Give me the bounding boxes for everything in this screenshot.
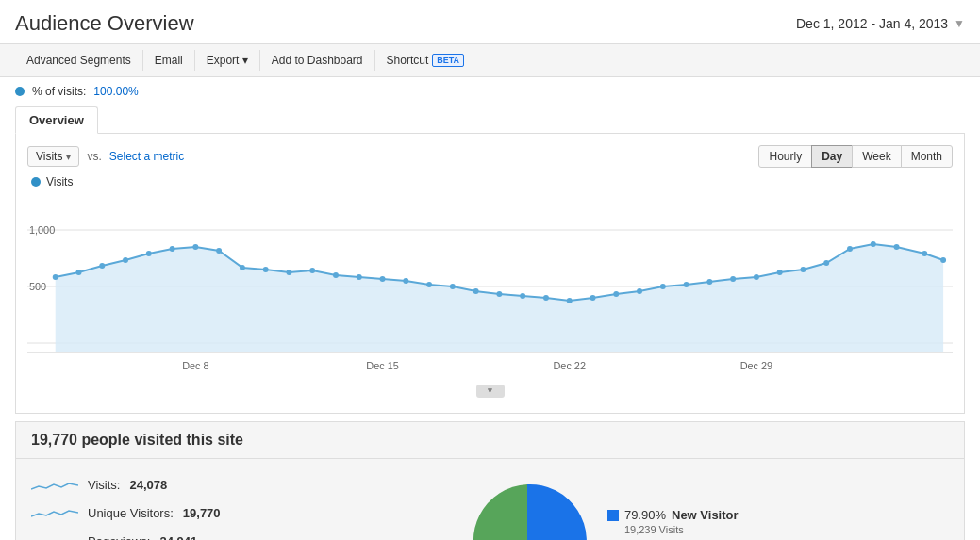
svg-point-43: [922, 251, 927, 256]
svg-point-29: [590, 295, 596, 301]
svg-point-7: [76, 270, 82, 275]
svg-point-6: [53, 274, 58, 280]
pie-chart: [466, 480, 589, 540]
svg-text:1,000: 1,000: [29, 224, 55, 236]
stats-section: 19,770 people visited this site Visits: …: [15, 421, 965, 540]
svg-text:Dec 8: Dec 8: [182, 360, 208, 371]
visits-filter: % of visits: 100.00%: [0, 77, 980, 106]
metric-selector: Visits ▾ vs. Select a metric: [27, 146, 184, 167]
new-visitor-legend: 79.90% New Visitor 19,239 Visits: [607, 508, 771, 535]
shortcut-button[interactable]: Shortcut BETA: [375, 50, 476, 71]
chart-svg: 1,000 500: [27, 192, 953, 381]
stat-unique-visitors: Unique Visitors: 19,770: [31, 499, 250, 527]
svg-point-23: [450, 284, 456, 289]
chart-legend: Visits: [27, 175, 953, 188]
pie-svg: [466, 480, 589, 540]
vs-text: vs.: [87, 150, 101, 163]
scroll-thumb[interactable]: ▼: [476, 385, 505, 398]
svg-point-20: [380, 276, 386, 282]
svg-point-21: [403, 278, 408, 284]
svg-point-8: [99, 263, 105, 269]
svg-point-27: [543, 295, 549, 301]
svg-point-44: [940, 257, 946, 263]
svg-point-38: [800, 267, 806, 272]
new-visitor-dot: [607, 510, 619, 521]
stats-header: 19,770 people visited this site: [16, 422, 964, 459]
overview-tab[interactable]: Overview: [15, 106, 98, 134]
date-range-text: Dec 1, 2012 - Jan 4, 2013: [796, 16, 948, 31]
date-range[interactable]: Dec 1, 2012 - Jan 4, 2013 ▼: [796, 16, 965, 31]
svg-text:Dec 15: Dec 15: [366, 360, 398, 371]
svg-point-40: [847, 246, 853, 252]
visits-value: 24,078: [129, 478, 167, 492]
svg-point-31: [637, 288, 642, 294]
pie-legend: 79.90% New Visitor 19,239 Visits 20.10% …: [607, 508, 771, 540]
stats-body: Visits: 24,078 Unique Visitors: 19,770 P…: [16, 459, 964, 540]
pageviews-label: Pageviews:: [88, 534, 150, 541]
filter-value: 100.00%: [93, 85, 138, 98]
select-metric-link[interactable]: Select a metric: [109, 150, 184, 163]
svg-point-34: [706, 279, 712, 285]
hourly-button[interactable]: Hourly: [758, 145, 812, 168]
svg-point-24: [473, 288, 479, 294]
toolbar: Advanced Segments Email Export ▾ Add to …: [0, 43, 980, 77]
page-header: Audience Overview Dec 1, 2012 - Jan 4, 2…: [0, 0, 980, 43]
visits-sparkline: [31, 475, 78, 494]
pie-section: 79.90% New Visitor 19,239 Visits 20.10% …: [288, 470, 949, 540]
date-range-arrow[interactable]: ▼: [954, 17, 965, 30]
svg-point-9: [123, 257, 128, 263]
svg-point-16: [286, 270, 291, 275]
svg-point-26: [520, 293, 525, 299]
visits-label: Visits:: [88, 478, 120, 492]
filter-dot: [15, 87, 25, 96]
svg-point-42: [894, 244, 900, 250]
svg-text:500: 500: [29, 281, 46, 292]
svg-point-36: [754, 274, 759, 280]
unique-visitors-sparkline: [31, 503, 78, 522]
svg-point-35: [730, 276, 736, 282]
advanced-segments-button[interactable]: Advanced Segments: [15, 50, 143, 71]
svg-point-11: [170, 246, 175, 252]
chart-area: 1,000 500: [27, 192, 953, 381]
new-visitor-label: New Visitor: [672, 508, 739, 522]
svg-point-10: [146, 251, 152, 256]
svg-point-39: [823, 260, 829, 266]
tabs-section: Overview: [0, 106, 980, 133]
page-title: Audience Overview: [15, 11, 194, 36]
svg-point-17: [309, 268, 315, 273]
svg-point-41: [871, 241, 876, 247]
new-visitor-pct: 79.90%: [624, 508, 666, 522]
dropdown-arrow-icon: ▾: [66, 152, 71, 162]
svg-point-30: [613, 291, 619, 297]
chart-section: Visits ▾ vs. Select a metric Hourly Day …: [15, 133, 965, 414]
filter-label: % of visits:: [32, 85, 86, 98]
week-button[interactable]: Week: [852, 145, 901, 168]
day-button[interactable]: Day: [811, 145, 853, 168]
pageviews-value: 34,941: [159, 534, 197, 541]
svg-point-25: [496, 291, 502, 297]
beta-badge: BETA: [432, 54, 464, 67]
add-to-dashboard-button[interactable]: Add to Dashboard: [260, 50, 375, 71]
pageviews-sparkline: [31, 532, 78, 540]
metric-label: Visits: [36, 150, 62, 163]
scroll-bar[interactable]: ▼: [27, 381, 953, 401]
email-button[interactable]: Email: [143, 50, 195, 71]
svg-point-14: [240, 265, 245, 270]
export-button[interactable]: Export ▾: [195, 50, 260, 71]
metric-dropdown[interactable]: Visits ▾: [27, 146, 79, 167]
time-buttons: Hourly Day Week Month: [759, 145, 953, 168]
stat-pageviews: Pageviews: 34,941: [31, 527, 250, 540]
svg-point-37: [777, 270, 783, 275]
new-visitor-visits: 19,239 Visits: [607, 524, 771, 535]
svg-point-15: [263, 267, 269, 272]
legend-label: Visits: [46, 175, 73, 188]
svg-point-32: [660, 284, 666, 289]
svg-point-12: [192, 244, 198, 250]
svg-text:Dec 29: Dec 29: [740, 360, 772, 371]
stat-visits: Visits: 24,078: [31, 470, 250, 499]
unique-visitors-label: Unique Visitors:: [88, 506, 174, 520]
svg-text:Dec 22: Dec 22: [553, 360, 585, 371]
svg-point-18: [333, 272, 339, 278]
svg-point-22: [426, 282, 432, 287]
month-button[interactable]: Month: [901, 145, 953, 168]
